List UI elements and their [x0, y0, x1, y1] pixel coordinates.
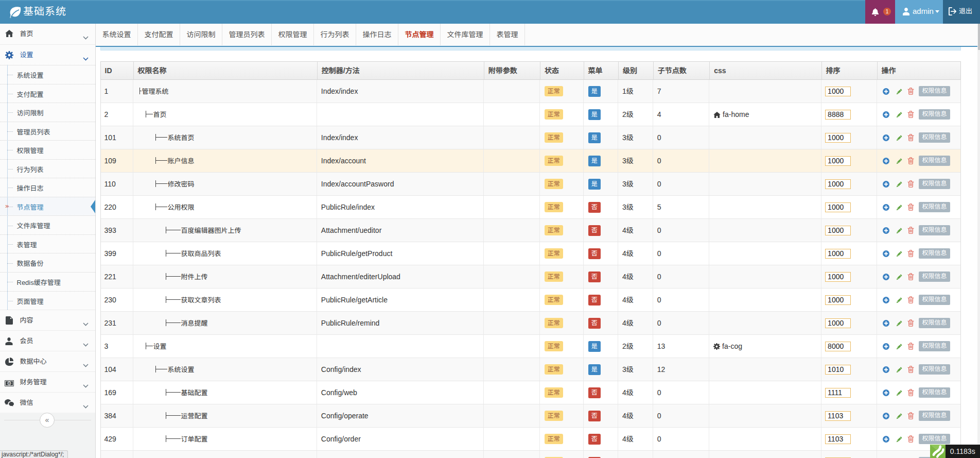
svg-text:0: 0	[8, 381, 10, 385]
